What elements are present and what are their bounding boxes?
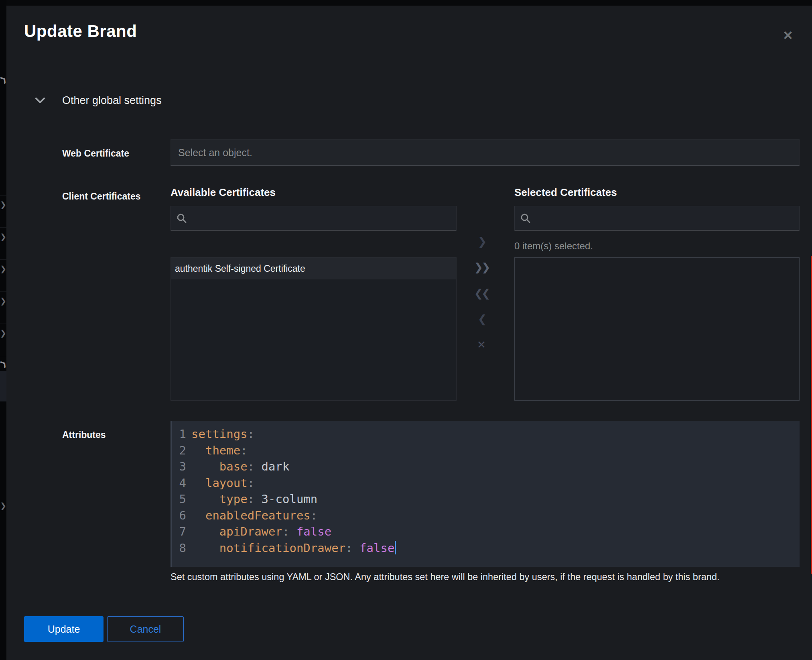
transfer-clear-button[interactable]: ✕ bbox=[471, 334, 492, 355]
code-line: 2 theme: bbox=[172, 442, 800, 459]
transfer-remove-button[interactable]: ❮ bbox=[471, 308, 492, 329]
selected-search-input[interactable] bbox=[536, 213, 799, 224]
transfer-remove-all-button[interactable]: ❮❮ bbox=[471, 283, 492, 304]
transfer-add-all-button[interactable]: ❯❯ bbox=[471, 257, 492, 277]
modal-title: Update Brand bbox=[24, 22, 137, 41]
section-toggle-label: Other global settings bbox=[62, 94, 162, 107]
selected-count-status: 0 item(s) selected. bbox=[514, 240, 593, 252]
sidebar-chevron-icon: ❯ bbox=[0, 358, 6, 370]
sidebar-chevron-icon: ❯ bbox=[0, 232, 6, 242]
sidebar-divider bbox=[0, 259, 6, 260]
code-line: 7 apiDrawer: false bbox=[172, 524, 800, 540]
cancel-button[interactable]: Cancel bbox=[107, 616, 184, 642]
sidebar-chevron-icon: ❯ bbox=[0, 200, 6, 210]
available-certificates-heading: Available Certificates bbox=[171, 186, 276, 199]
available-certificates-list: authentik Self-signed Certificate bbox=[171, 257, 457, 401]
sidebar-sliver: ❯ ❯ ❯ ❯ ❯ ❯ ❯ ❯ bbox=[0, 0, 6, 660]
sidebar-divider bbox=[0, 356, 6, 356]
sidebar-chevron-icon: ❯ bbox=[0, 328, 6, 338]
code-line: 1settings: bbox=[172, 426, 800, 442]
sidebar-chevron-icon: ❯ bbox=[0, 264, 6, 274]
code-line: 5 type: 3-column bbox=[172, 491, 800, 507]
transfer-add-button[interactable]: ❯ bbox=[471, 231, 492, 252]
chevron-down-icon bbox=[35, 98, 47, 104]
close-icon: ✕ bbox=[783, 29, 793, 42]
available-search-input[interactable] bbox=[192, 213, 456, 224]
update-brand-modal: Update Brand ✕ Other global settings Web… bbox=[6, 6, 812, 660]
sidebar-chevron-icon: ❯ bbox=[0, 74, 6, 86]
web-certificate-select[interactable]: Select an object. bbox=[171, 139, 800, 166]
list-item[interactable]: authentik Self-signed Certificate bbox=[171, 258, 456, 279]
sidebar-divider bbox=[0, 291, 6, 292]
update-button[interactable]: Update bbox=[24, 616, 104, 642]
search-icon bbox=[177, 213, 187, 224]
code-line: 4 layout: bbox=[172, 475, 800, 491]
section-toggle-other-global-settings[interactable]: Other global settings bbox=[35, 92, 162, 109]
selected-certificates-heading: Selected Certificates bbox=[514, 186, 617, 199]
attributes-help-text: Set custom attributes using YAML or JSON… bbox=[171, 572, 788, 583]
available-search-box bbox=[171, 206, 457, 230]
sidebar-divider bbox=[0, 324, 6, 324]
sidebar-divider bbox=[0, 227, 6, 228]
code-line: 3 base: dark bbox=[172, 458, 800, 475]
attributes-code-editor[interactable]: 1settings: 2 theme: 3 base: dark 4 layou… bbox=[171, 421, 800, 567]
text-cursor bbox=[395, 541, 396, 554]
sidebar-chevron-icon: ❯ bbox=[0, 501, 6, 511]
selected-certificates-list[interactable] bbox=[514, 257, 800, 401]
selected-search-box bbox=[514, 206, 800, 230]
sidebar-divider bbox=[0, 195, 6, 196]
close-button[interactable]: ✕ bbox=[777, 25, 799, 46]
search-icon bbox=[520, 213, 531, 224]
attributes-label: Attributes bbox=[62, 430, 106, 440]
web-certificate-placeholder: Select an object. bbox=[178, 147, 252, 159]
web-certificate-label: Web Certificate bbox=[62, 148, 129, 159]
sidebar-chevron-icon: ❯ bbox=[0, 296, 6, 306]
code-line: 6 enabledFeatures: bbox=[172, 507, 800, 524]
sidebar-active-item bbox=[0, 371, 6, 401]
client-certificates-label: Client Certificates bbox=[62, 191, 141, 202]
code-line: 8 notificationDrawer: false bbox=[172, 540, 800, 556]
